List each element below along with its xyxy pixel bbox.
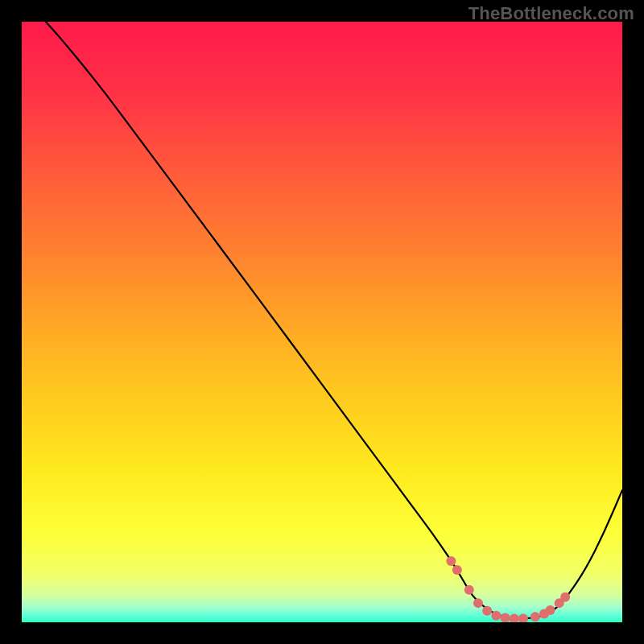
chart-root: TheBottleneck.com	[0, 0, 644, 644]
chart-svg	[22, 22, 622, 622]
marker-dot	[560, 592, 570, 602]
marker-dot	[530, 612, 540, 621]
plot-area	[22, 22, 622, 622]
marker-dot	[545, 605, 555, 615]
gradient-background	[22, 22, 622, 622]
marker-dot	[501, 613, 510, 622]
marker-dot	[452, 565, 462, 575]
marker-dot	[446, 556, 456, 566]
marker-dot	[491, 611, 501, 621]
marker-dot	[482, 606, 492, 616]
marker-dot	[464, 585, 474, 595]
marker-dot	[473, 598, 483, 608]
